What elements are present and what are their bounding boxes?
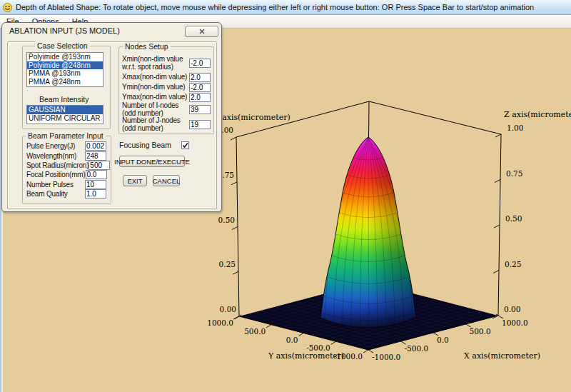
nodes-field-label: Ymax(non-dim value)	[122, 94, 187, 101]
nodes-field-input[interactable]	[189, 73, 211, 82]
input-done-execute-button[interactable]: INPUT DONE/EXECUTE	[119, 156, 185, 167]
dialog-title: ABLATION INPUT (JS MODEL)	[9, 26, 120, 35]
z-axis-tick-label: 0.00	[504, 305, 520, 313]
list-item[interactable]: UNIFORM CIRCULAR	[27, 114, 103, 123]
nodes-field-input[interactable]	[189, 93, 211, 102]
y-axis-tick-label: 1000.0	[207, 318, 233, 327]
y-axis-title: Y axis(micrometer)	[268, 351, 344, 361]
list-item[interactable]: GAUSSIAN	[27, 106, 103, 114]
window-title: Depth of Ablated Shape: To rotate object…	[16, 3, 534, 11]
nodes-row: Ymax(non-dim value)	[122, 92, 211, 102]
beam-parameter-label: Beam Parameter Input	[26, 131, 106, 140]
nodes-field-label: Xmax(non-dim value)	[122, 74, 187, 81]
y-axis-tick-label: 500.0	[244, 327, 266, 336]
x-axis-tick-label: 1000.0	[502, 318, 528, 327]
z-axis-tick-label: 0.75	[506, 169, 522, 178]
cancel-button[interactable]: CANCEL	[153, 175, 180, 186]
param-field-input[interactable]	[85, 189, 106, 198]
nodes-field-input[interactable]	[189, 120, 211, 129]
dialog-close-button[interactable]	[185, 26, 218, 37]
param-field-label: Number Pulses	[26, 181, 74, 189]
nodes-row: Number of J-nodes(odd number)	[122, 117, 211, 132]
nodes-field-input[interactable]	[189, 105, 211, 114]
param-row: Focal Position(mm)	[26, 170, 106, 179]
param-field-input[interactable]	[86, 170, 107, 179]
z-axis-title: Z axis(micrometer)	[214, 113, 290, 122]
list-item[interactable]: Polyimide @193nm	[27, 53, 103, 61]
param-field-input[interactable]	[85, 141, 106, 151]
case-selection-label: Case Selection	[35, 41, 90, 50]
x-axis-tick-label: 500.0	[470, 327, 491, 336]
case-selection-listbox[interactable]: Polyimide @193nmPolyimide @248nmPMMA @19…	[26, 52, 103, 87]
list-item[interactable]: PMMA @193nm	[27, 69, 103, 78]
z-axis-tick-label: 0.25	[219, 260, 236, 268]
param-field-label: Spot Radius(micron)	[26, 161, 89, 169]
param-field-label: Pulse Energy(J)	[26, 142, 75, 150]
param-field-label: Focal Position(mm)	[26, 171, 86, 179]
beam-intensity-listbox[interactable]: GAUSSIANUNIFORM CIRCULAR	[26, 105, 103, 124]
beam-intensity-label: Beam Intensity	[39, 95, 89, 104]
smiley-icon	[3, 3, 12, 12]
param-field-label: Beam Quality	[26, 190, 68, 198]
focusing-beam-label: Focusing Beam	[119, 141, 171, 149]
param-field-label: Wavelength(nm)	[26, 152, 76, 160]
window-titlebar[interactable]: Depth of Ablated Shape: To rotate object…	[0, 0, 571, 15]
list-item[interactable]: PMMA @248nm	[27, 78, 103, 86]
z-axis-tick-label: 1.00	[507, 124, 523, 132]
nodes-row: Number of I-nodes(odd number)	[122, 102, 211, 117]
ablation-input-dialog: ABLATION INPUT (JS MODEL) Case Selection…	[1, 22, 222, 212]
param-row: Wavelength(nm)	[26, 151, 106, 160]
close-icon	[199, 29, 205, 34]
x-axis-tick-label: -500.0	[405, 344, 429, 353]
list-item[interactable]: Polyimide @248nm	[27, 61, 103, 70]
nodes-field-label: Ymin(non-dim value)	[122, 84, 185, 91]
z-axis-tick-label: 0.50	[218, 216, 235, 224]
focusing-beam-checkbox[interactable]	[181, 141, 189, 149]
z-axis-tick-label: 0.00	[220, 305, 236, 313]
nodes-field-label: Number of I-nodes(odd number)	[122, 102, 178, 117]
y-axis-tick-label: 0.0	[286, 336, 298, 344]
focusing-beam-row: Focusing Beam	[119, 141, 189, 149]
x-axis-title: X axis(micrometer)	[464, 351, 540, 361]
plot-surface-gaussian-bell	[320, 137, 416, 328]
nodes-field-label: Number of J-nodes(odd number)	[122, 117, 181, 132]
nodes-field-input[interactable]	[189, 83, 211, 92]
param-field-input[interactable]	[89, 161, 110, 170]
param-field-input[interactable]	[85, 180, 106, 189]
case-selection-group: Case Selection Polyimide @193nmPolyimide…	[22, 46, 111, 129]
param-row: Spot Radius(micron)	[26, 161, 106, 170]
x-axis-tick-label: -1000.0	[372, 353, 400, 361]
nodes-setup-rows: Xmin(non-dim valuew.r.t. spot radius)Xma…	[122, 54, 211, 132]
nodes-setup-label: Nodes Setup	[123, 42, 171, 51]
nodes-row: Xmax(non-dim value)	[122, 72, 211, 82]
z-axis-tick-label: 0.50	[505, 214, 522, 223]
application-window: { "window": { "title": "Depth of Ablated…	[0, 0, 571, 392]
param-field-input[interactable]	[85, 151, 106, 161]
nodes-row: Xmin(non-dim valuew.r.t. spot radius)	[122, 54, 211, 72]
check-icon	[182, 142, 188, 149]
x-axis-tick-label: 0.0	[437, 336, 449, 344]
exit-button[interactable]: EXIT	[123, 175, 147, 186]
z-axis-tick-label: 0.25	[505, 260, 521, 268]
nodes-field-input[interactable]	[189, 59, 211, 68]
beam-parameter-group: Beam Parameter Input Pulse Energy(J)Wave…	[22, 136, 111, 204]
nodes-field-label: Xmin(non-dim valuew.r.t. spot radius)	[122, 56, 183, 71]
nodes-row: Ymin(non-dim value)	[122, 82, 211, 92]
beam-parameter-rows: Pulse Energy(J)Wavelength(nm)Spot Radius…	[26, 141, 106, 198]
param-row: Beam Quality	[26, 189, 106, 198]
param-row: Number Pulses	[26, 180, 106, 189]
nodes-setup-group: Nodes Setup Xmin(non-dim valuew.r.t. spo…	[118, 46, 214, 134]
z-axis-title: Z axis(micrometer)	[504, 110, 571, 119]
param-row: Pulse Energy(J)	[26, 141, 106, 151]
